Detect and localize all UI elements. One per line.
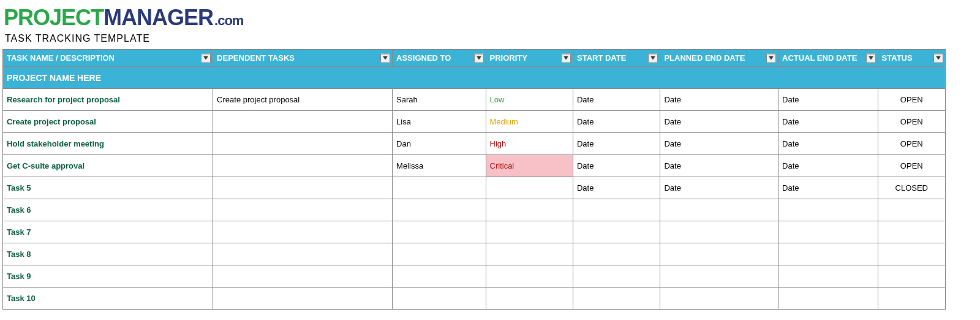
- cell-planned[interactable]: Date: [660, 133, 778, 155]
- cell-dependent[interactable]: [213, 199, 393, 221]
- cell-actual[interactable]: [778, 243, 878, 265]
- table-row: Research for project proposalCreate proj…: [3, 89, 946, 111]
- cell-actual[interactable]: [778, 221, 878, 243]
- cell-priority[interactable]: Medium: [486, 111, 573, 133]
- filter-dropdown-icon[interactable]: [648, 53, 658, 63]
- cell-actual[interactable]: [778, 265, 878, 288]
- cell-status[interactable]: [878, 243, 945, 265]
- cell-planned[interactable]: Date: [660, 177, 778, 199]
- cell-actual[interactable]: Date: [778, 133, 878, 155]
- filter-dropdown-icon[interactable]: [474, 53, 484, 63]
- cell-planned[interactable]: [660, 221, 778, 243]
- cell-dependent[interactable]: [213, 288, 393, 310]
- filter-dropdown-icon[interactable]: [561, 53, 571, 63]
- cell-actual[interactable]: [778, 199, 878, 221]
- svg-marker-1: [383, 56, 388, 60]
- cell-assigned[interactable]: Dan: [393, 133, 486, 155]
- cell-planned[interactable]: [660, 265, 778, 288]
- filter-dropdown-icon[interactable]: [933, 53, 943, 63]
- cell-priority[interactable]: [486, 265, 573, 288]
- cell-status[interactable]: OPEN: [878, 133, 945, 155]
- cell-assigned[interactable]: [393, 199, 486, 221]
- column-header: START DATE: [573, 50, 660, 67]
- filter-dropdown-icon[interactable]: [866, 53, 876, 63]
- cell-status[interactable]: [878, 221, 945, 243]
- cell-start[interactable]: [573, 243, 660, 265]
- cell-task[interactable]: Task 7: [3, 221, 213, 243]
- cell-task[interactable]: Research for project proposal: [3, 89, 213, 111]
- cell-priority[interactable]: [486, 177, 573, 199]
- cell-actual[interactable]: Date: [778, 177, 878, 199]
- cell-status[interactable]: OPEN: [878, 155, 945, 177]
- cell-planned[interactable]: [660, 199, 778, 221]
- cell-assigned[interactable]: [393, 177, 486, 199]
- cell-assigned[interactable]: Lisa: [393, 111, 486, 133]
- cell-dependent[interactable]: [213, 243, 393, 265]
- cell-task[interactable]: Task 5: [3, 177, 213, 199]
- filter-dropdown-icon[interactable]: [201, 53, 211, 63]
- cell-planned[interactable]: Date: [660, 89, 778, 111]
- cell-priority[interactable]: [486, 288, 573, 310]
- cell-start[interactable]: Date: [573, 89, 660, 111]
- cell-priority[interactable]: [486, 243, 573, 265]
- cell-task[interactable]: Task 8: [3, 243, 213, 265]
- cell-task[interactable]: Create project proposal: [3, 111, 213, 133]
- cell-planned[interactable]: Date: [660, 155, 778, 177]
- cell-start[interactable]: [573, 221, 660, 243]
- cell-status[interactable]: [878, 265, 945, 288]
- cell-dependent[interactable]: [213, 265, 393, 288]
- column-header: ASSIGNED TO: [393, 50, 486, 67]
- cell-priority[interactable]: [486, 221, 573, 243]
- filter-dropdown-icon[interactable]: [766, 53, 776, 63]
- cell-status[interactable]: [878, 288, 945, 310]
- cell-assigned[interactable]: Melissa: [393, 155, 486, 177]
- filter-dropdown-icon[interactable]: [380, 53, 390, 63]
- cell-planned[interactable]: [660, 243, 778, 265]
- cell-dependent[interactable]: [213, 155, 393, 177]
- cell-start[interactable]: Date: [573, 133, 660, 155]
- cell-planned[interactable]: [660, 288, 778, 310]
- table-row: Task 6: [3, 199, 946, 221]
- cell-planned[interactable]: Date: [660, 111, 778, 133]
- cell-start[interactable]: [573, 199, 660, 221]
- cell-priority[interactable]: Critical: [486, 155, 573, 177]
- table-row: Get C-suite approvalMelissaCriticalDateD…: [3, 155, 946, 177]
- cell-dependent[interactable]: [213, 111, 393, 133]
- cell-start[interactable]: Date: [573, 177, 660, 199]
- cell-actual[interactable]: Date: [778, 89, 878, 111]
- project-name-cell[interactable]: PROJECT NAME HERE: [3, 67, 946, 89]
- cell-assigned[interactable]: Sarah: [393, 89, 486, 111]
- cell-start[interactable]: [573, 288, 660, 310]
- cell-task[interactable]: Hold stakeholder meeting: [3, 133, 213, 155]
- cell-priority[interactable]: [486, 199, 573, 221]
- column-label: START DATE: [577, 53, 626, 63]
- cell-assigned[interactable]: [393, 221, 486, 243]
- cell-actual[interactable]: [778, 288, 878, 310]
- cell-dependent[interactable]: [213, 221, 393, 243]
- svg-marker-7: [936, 56, 941, 60]
- cell-task[interactable]: Task 9: [3, 265, 213, 288]
- cell-dependent[interactable]: Create project proposal: [213, 89, 393, 111]
- cell-start[interactable]: Date: [573, 155, 660, 177]
- cell-assigned[interactable]: [393, 288, 486, 310]
- cell-priority[interactable]: Low: [486, 89, 573, 111]
- brand-logo: PROJECT MANAGER .com: [4, 5, 978, 31]
- cell-assigned[interactable]: [393, 265, 486, 288]
- cell-assigned[interactable]: [393, 243, 486, 265]
- cell-task[interactable]: Get C-suite approval: [3, 155, 213, 177]
- cell-dependent[interactable]: [213, 133, 393, 155]
- cell-status[interactable]: OPEN: [878, 89, 945, 111]
- cell-status[interactable]: [878, 199, 945, 221]
- cell-task[interactable]: Task 10: [3, 288, 213, 310]
- table-row: Task 10: [3, 288, 946, 310]
- cell-status[interactable]: CLOSED: [878, 177, 945, 199]
- column-label: ASSIGNED TO: [396, 53, 451, 63]
- cell-dependent[interactable]: [213, 177, 393, 199]
- cell-status[interactable]: OPEN: [878, 111, 945, 133]
- cell-priority[interactable]: High: [486, 133, 573, 155]
- cell-start[interactable]: [573, 265, 660, 288]
- cell-actual[interactable]: Date: [778, 111, 878, 133]
- cell-task[interactable]: Task 6: [3, 199, 213, 221]
- cell-actual[interactable]: Date: [778, 155, 878, 177]
- cell-start[interactable]: Date: [573, 111, 660, 133]
